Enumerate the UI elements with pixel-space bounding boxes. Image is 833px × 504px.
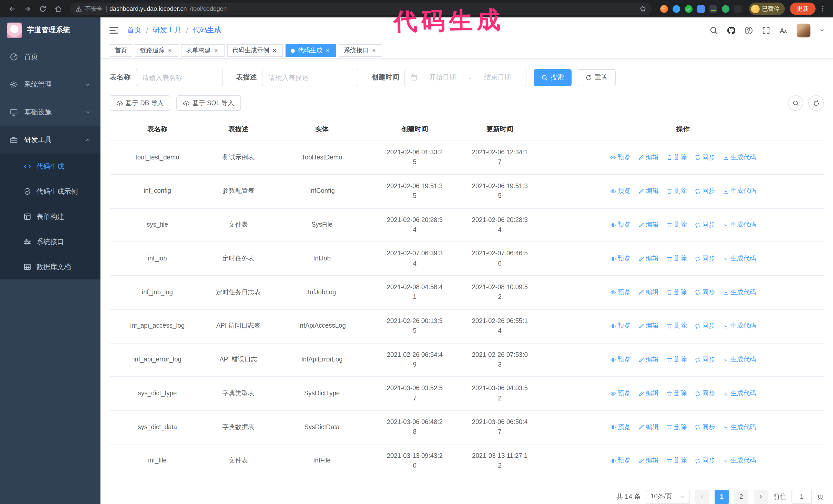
breadcrumb-item-home[interactable]: 首页 bbox=[127, 26, 142, 35]
generate-code-action[interactable]: 生成代码 bbox=[723, 186, 756, 196]
edit-action[interactable]: 编辑 bbox=[638, 186, 659, 196]
tab-close-button[interactable] bbox=[213, 47, 219, 54]
sidebar-item-infrastructure[interactable]: 基础设施 bbox=[0, 98, 100, 126]
refresh-table-button[interactable] bbox=[808, 95, 824, 111]
search-button[interactable]: 搜索 bbox=[533, 69, 572, 86]
sync-action[interactable]: 同步 bbox=[695, 456, 715, 466]
generate-code-action[interactable]: 生成代码 bbox=[723, 220, 756, 230]
generate-code-action[interactable]: 生成代码 bbox=[723, 254, 756, 264]
tab[interactable]: 链路追踪 bbox=[135, 44, 178, 57]
tab[interactable]: 系统接口 bbox=[339, 44, 382, 57]
reset-button[interactable]: 重置 bbox=[578, 69, 616, 86]
sidebar-item-devtools[interactable]: 研发工具 bbox=[0, 126, 100, 154]
import-db-button[interactable]: 基于 DB 导入 bbox=[110, 95, 170, 111]
import-sql-button[interactable]: 基于 SQL 导入 bbox=[176, 95, 241, 111]
edit-action[interactable]: 编辑 bbox=[638, 321, 659, 331]
sidebar-item-codegen-example[interactable]: 代码生成示例 bbox=[0, 179, 100, 204]
font-size-icon[interactable] bbox=[779, 26, 788, 34]
browser-profile-chip[interactable]: 已暂停 bbox=[749, 3, 785, 15]
table-desc-input[interactable] bbox=[262, 69, 358, 86]
sidebar-item-db-doc[interactable]: 数据库文档 bbox=[0, 254, 100, 280]
help-icon[interactable] bbox=[744, 26, 753, 34]
browser-reload-button[interactable] bbox=[36, 2, 49, 16]
fullscreen-icon[interactable] bbox=[762, 26, 770, 34]
tab[interactable]: 首页 bbox=[110, 44, 132, 57]
extension-icon-3[interactable] bbox=[685, 5, 692, 13]
generate-code-action[interactable]: 生成代码 bbox=[723, 422, 756, 432]
table-name-input[interactable] bbox=[136, 69, 223, 86]
edit-action[interactable]: 编辑 bbox=[638, 389, 659, 399]
sync-action[interactable]: 同步 bbox=[695, 321, 715, 331]
generate-code-action[interactable]: 生成代码 bbox=[723, 287, 756, 297]
sync-action[interactable]: 同步 bbox=[695, 422, 715, 432]
edit-action[interactable]: 编辑 bbox=[638, 422, 659, 432]
edit-action[interactable]: 编辑 bbox=[638, 287, 659, 297]
preview-action[interactable]: 预览 bbox=[610, 152, 630, 163]
generate-code-action[interactable]: 生成代码 bbox=[723, 389, 756, 399]
tab[interactable]: 代码生成 bbox=[286, 44, 336, 57]
edit-action[interactable]: 编辑 bbox=[638, 456, 659, 466]
delete-action[interactable]: 删除 bbox=[666, 254, 687, 264]
delete-action[interactable]: 删除 bbox=[666, 186, 687, 196]
breadcrumb-item-devtools[interactable]: 研发工具 bbox=[153, 26, 182, 35]
next-page-button[interactable] bbox=[754, 489, 768, 504]
tab[interactable]: 表单构建 bbox=[181, 44, 224, 57]
tab-close-button[interactable] bbox=[271, 47, 278, 54]
prev-page-button[interactable] bbox=[695, 489, 710, 504]
preview-action[interactable]: 预览 bbox=[610, 321, 630, 331]
tab-close-button[interactable] bbox=[167, 47, 173, 54]
sidebar-item-codegen[interactable]: 代码生成 bbox=[0, 154, 100, 179]
delete-action[interactable]: 删除 bbox=[666, 389, 687, 399]
bookmark-star-icon[interactable] bbox=[639, 5, 646, 12]
hamburger-icon[interactable] bbox=[109, 25, 119, 35]
delete-action[interactable]: 删除 bbox=[666, 422, 687, 432]
preview-action[interactable]: 预览 bbox=[610, 220, 630, 230]
breadcrumb-item-codegen[interactable]: 代码生成 bbox=[193, 26, 221, 35]
extension-icon-6[interactable] bbox=[721, 5, 729, 13]
sync-action[interactable]: 同步 bbox=[695, 355, 715, 365]
sync-action[interactable]: 同步 bbox=[695, 287, 715, 297]
sync-action[interactable]: 同步 bbox=[695, 152, 715, 163]
delete-action[interactable]: 删除 bbox=[666, 220, 687, 230]
edit-action[interactable]: 编辑 bbox=[638, 220, 659, 230]
extension-icon-7[interactable] bbox=[734, 5, 741, 13]
url-bar[interactable]: 不安全 dashboard.yudao.iocoder.cn /tool/cod… bbox=[70, 2, 652, 15]
sync-action[interactable]: 同步 bbox=[695, 186, 715, 196]
user-avatar[interactable] bbox=[796, 23, 810, 37]
sidebar-item-form-builder[interactable]: 表单构建 bbox=[0, 204, 100, 229]
extension-icon-2[interactable] bbox=[672, 5, 680, 13]
delete-action[interactable]: 删除 bbox=[666, 152, 687, 163]
browser-menu-button[interactable] bbox=[818, 3, 828, 15]
extension-icon-1[interactable] bbox=[660, 5, 668, 13]
page-button-1[interactable]: 1 bbox=[715, 489, 729, 504]
browser-back-button[interactable] bbox=[5, 2, 19, 16]
generate-code-action[interactable]: 生成代码 bbox=[723, 152, 756, 163]
page-button-2[interactable]: 2 bbox=[734, 489, 748, 504]
preview-action[interactable]: 预览 bbox=[610, 355, 630, 365]
sidebar-item-system-management[interactable]: 系统管理 bbox=[0, 71, 100, 98]
sync-action[interactable]: 同步 bbox=[695, 254, 715, 264]
tab-close-button[interactable] bbox=[325, 47, 331, 54]
browser-home-button[interactable] bbox=[51, 2, 65, 16]
toggle-search-button[interactable] bbox=[788, 95, 803, 111]
generate-code-action[interactable]: 生成代码 bbox=[723, 321, 756, 331]
tab[interactable]: 代码生成示例 bbox=[227, 44, 283, 57]
search-icon[interactable] bbox=[710, 26, 718, 34]
preview-action[interactable]: 预览 bbox=[610, 287, 630, 297]
generate-code-action[interactable]: 生成代码 bbox=[723, 355, 756, 365]
preview-action[interactable]: 预览 bbox=[610, 422, 630, 432]
avatar-caret-icon[interactable] bbox=[819, 27, 825, 33]
create-time-range-picker[interactable]: 开始日期 - 结束日期 bbox=[404, 69, 526, 86]
delete-action[interactable]: 删除 bbox=[666, 456, 687, 466]
edit-action[interactable]: 编辑 bbox=[638, 152, 659, 163]
tab-close-button[interactable] bbox=[371, 47, 377, 54]
sync-action[interactable]: 同步 bbox=[695, 220, 715, 230]
sync-action[interactable]: 同步 bbox=[695, 389, 715, 399]
extension-icon-5[interactable] bbox=[709, 5, 717, 13]
delete-action[interactable]: 删除 bbox=[666, 287, 687, 297]
generate-code-action[interactable]: 生成代码 bbox=[723, 456, 756, 466]
page-size-select[interactable]: 10条/页 bbox=[646, 489, 690, 504]
edit-action[interactable]: 编辑 bbox=[638, 254, 659, 264]
sidebar-item-system-api[interactable]: 系统接口 bbox=[0, 229, 100, 254]
browser-update-button[interactable]: 更新 bbox=[790, 3, 815, 15]
